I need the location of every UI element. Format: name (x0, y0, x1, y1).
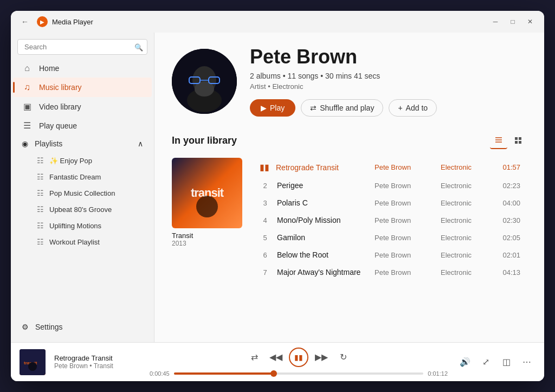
sidebar-playlist-enjoy-pop[interactable]: ☷ ✨ Enjoy Pop (13, 152, 152, 169)
sidebar-settings[interactable]: ⚙ Settings (13, 318, 152, 336)
player-track-name: Retrograde Transit (54, 354, 141, 362)
playlist-icon-pop-music: ☷ (37, 189, 44, 197)
player-bar: transit Retrograde Transit Pete Brown • … (11, 342, 544, 381)
track-artist-2: Pete Brown (375, 182, 434, 190)
track-row-4[interactable]: 4 Mono/Poly Mission Pete Brown Electroni… (253, 211, 527, 229)
artist-avatar-inner (172, 49, 237, 114)
playlist-label-upbeat-80s: Upbeat 80's Groove (49, 205, 112, 214)
album-card-transit[interactable]: transit Transit 2013 (172, 158, 242, 281)
album-year: 2013 (172, 240, 242, 247)
play-label: Play (270, 104, 285, 112)
player-thumb-art: transit (20, 349, 46, 375)
shuffle-control-button[interactable]: ⇄ (246, 349, 263, 366)
volume-button[interactable]: 🔊 (456, 354, 474, 371)
sidebar-playlist-uplifting-motions[interactable]: ☷ Uplifting Motions (13, 217, 152, 234)
sidebar-item-play-queue[interactable]: ☰ Play queue (13, 116, 152, 135)
track-artist-4: Pete Brown (375, 216, 434, 224)
settings-label: Settings (35, 323, 63, 331)
artist-avatar-svg (172, 49, 237, 114)
view-controls (490, 132, 527, 149)
track-duration-3: 04:00 (496, 199, 520, 207)
progress-track[interactable] (174, 372, 424, 375)
current-time: 0:00:45 (150, 370, 170, 377)
more-options-button[interactable]: ⋯ (518, 354, 535, 371)
sidebar-home-label: Home (39, 64, 59, 73)
grid-view-button[interactable] (509, 132, 527, 149)
sidebar-item-video-library[interactable]: ▣ Video library (13, 97, 152, 116)
track-num-4: 4 (260, 216, 270, 224)
track-name-1: Retrograde Transit (276, 163, 368, 172)
artist-tags: Artist • Electronic (250, 82, 527, 91)
prev-button[interactable]: ◀◀ (267, 349, 285, 366)
sidebar-playlist-pop-music[interactable]: ☷ Pop Music Collection (13, 185, 152, 201)
library-content: transit Transit 2013 ▮▮ Retrograde Trans… (172, 158, 527, 281)
back-button[interactable]: ← (17, 14, 33, 29)
track-artist-6: Pete Brown (375, 251, 434, 259)
search-icon: 🔍 (134, 43, 143, 51)
close-button[interactable]: ✕ (522, 14, 538, 29)
sidebar-music-label: Music library (39, 83, 82, 92)
track-name-5: Gamilon (277, 233, 368, 242)
track-genre-3: Electronic (441, 199, 489, 207)
list-view-icon (494, 136, 503, 144)
miniplayer-button[interactable]: ◫ (498, 354, 515, 371)
artist-name: Pete Brown (250, 46, 527, 68)
window-controls: ─ □ ✕ (488, 14, 538, 29)
grid-view-icon (514, 136, 522, 145)
fullscreen-button[interactable]: ⤢ (477, 354, 494, 371)
artist-avatar (172, 49, 237, 114)
playlists-section-header[interactable]: ◉ Playlists ∧ (13, 135, 152, 152)
next-button[interactable]: ▶▶ (313, 349, 330, 366)
track-num-5: 5 (260, 234, 270, 242)
search-box: 🔍 (17, 39, 147, 55)
track-name-3: Polaris C (277, 198, 368, 207)
track-genre-5: Electronic (441, 234, 489, 242)
play-button[interactable]: ▶ Play (250, 99, 295, 117)
sidebar-playlist-fantastic-dream[interactable]: ☷ Fantastic Dream (13, 169, 152, 185)
artist-meta: 2 albums • 11 songs • 30 mins 41 secs (250, 72, 527, 80)
search-input[interactable] (17, 39, 147, 55)
artist-albums: 2 albums (250, 72, 281, 80)
shuffle-button[interactable]: ⇄ Shuffle and play (301, 99, 383, 117)
sidebar-playlist-workout[interactable]: ☷ Workout Playlist (13, 234, 152, 250)
playlist-icon-fantastic-dream: ☷ (37, 172, 44, 181)
maximize-button[interactable]: □ (505, 14, 520, 29)
addto-label: Add to (406, 104, 428, 112)
track-num-2: 2 (260, 182, 270, 190)
track-row-7[interactable]: 7 Major Atway's Nightmare Pete Brown Ele… (253, 264, 527, 281)
album-dot-decoration (196, 196, 218, 217)
playlist-label-pop-music: Pop Music Collection (49, 189, 115, 197)
player-track-sub: Pete Brown • Transit (54, 362, 141, 370)
minimize-button[interactable]: ─ (488, 14, 503, 29)
svg-rect-14 (515, 141, 518, 144)
track-artist-1: Pete Brown (375, 163, 434, 171)
repeat-button[interactable]: ↻ (334, 349, 352, 366)
track-row-3[interactable]: 3 Polaris C Pete Brown Electronic 04:00 (253, 194, 527, 211)
library-header: In your library (172, 132, 527, 149)
playlist-icon-uplifting-motions: ☷ (37, 221, 44, 230)
pause-button[interactable]: ▮▮ (289, 348, 308, 367)
track-genre-1: Electronic (441, 163, 489, 171)
track-duration-1: 01:57 (496, 163, 520, 171)
sidebar-item-home[interactable]: ⌂ Home (13, 59, 152, 78)
track-artist-7: Pete Brown (375, 268, 434, 277)
sidebar-playlist-upbeat-80s[interactable]: ☷ Upbeat 80's Groove (13, 201, 152, 217)
track-genre-7: Electronic (441, 268, 489, 277)
sidebar-video-label: Video library (39, 102, 81, 111)
artist-actions: ▶ Play ⇄ Shuffle and play + Add to (250, 99, 527, 117)
addto-button[interactable]: + Add to (389, 99, 437, 117)
sidebar-item-music-library[interactable]: ♫ Music library (13, 78, 152, 97)
list-view-button[interactable] (490, 132, 507, 149)
video-icon: ▣ (22, 101, 33, 112)
track-row-5[interactable]: 5 Gamilon Pete Brown Electronic 02:05 (253, 229, 527, 246)
app-icon: ▶ (37, 16, 48, 27)
player-track-info: Retrograde Transit Pete Brown • Transit (54, 354, 141, 370)
playlist-icon-workout: ☷ (37, 237, 44, 246)
track-row-6[interactable]: 6 Below the Root Pete Brown Electronic 0… (253, 246, 527, 264)
track-row-1[interactable]: ▮▮ Retrograde Transit Pete Brown Electro… (253, 158, 527, 177)
track-row-2[interactable]: 2 Perigee Pete Brown Electronic 02:23 (253, 177, 527, 194)
playlist-header-icon: ◉ (22, 139, 28, 148)
active-bar (13, 82, 15, 93)
playlist-label-workout: Workout Playlist (49, 238, 100, 246)
addto-icon: + (398, 104, 402, 112)
